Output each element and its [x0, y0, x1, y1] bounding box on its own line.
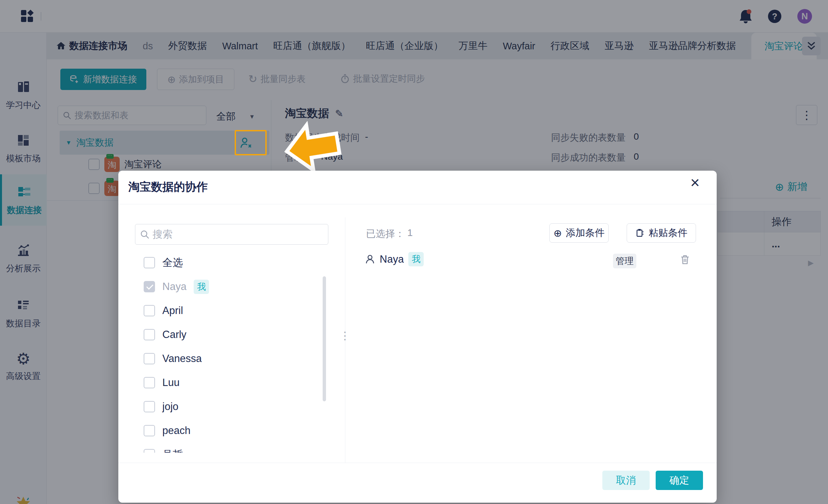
modal-header-divider: [118, 204, 717, 204]
confirm-button[interactable]: 确定: [656, 471, 703, 490]
member-row-peach[interactable]: peach: [135, 421, 190, 441]
member-list: 全选 Naya 我 April Carly Vanessa Luu: [135, 251, 335, 453]
search-icon: [140, 229, 149, 239]
collaboration-modal: 淘宝数据的协作 × 全选 Naya 我 April Carly: [118, 171, 717, 503]
person-icon: [365, 254, 375, 264]
member-row-april[interactable]: April: [135, 301, 183, 321]
cancel-button[interactable]: 取消: [602, 471, 650, 490]
member-search-input[interactable]: [153, 229, 323, 240]
selected-count: 已选择： 1: [366, 227, 413, 241]
member-checkbox[interactable]: [144, 401, 155, 412]
me-badge: 我: [408, 252, 424, 266]
select-all-row[interactable]: 全选: [135, 253, 183, 273]
member-row-jojo[interactable]: jojo: [135, 397, 178, 417]
member-row-vanessa[interactable]: Vanessa: [135, 349, 202, 369]
clipboard-paste-icon: [635, 228, 645, 238]
close-icon[interactable]: ×: [690, 175, 700, 191]
member-search[interactable]: [135, 224, 328, 245]
member-role-chip[interactable]: 管理: [613, 254, 636, 268]
selected-member-row: Naya 我: [365, 252, 424, 266]
member-row-naya[interactable]: Naya 我: [135, 277, 209, 297]
app-screen: ? N 数据连接市场 ds 外贸数据 Walmart 旺店通（旗舰版） 旺店通（…: [0, 0, 828, 504]
me-badge: 我: [194, 280, 209, 294]
member-checkbox[interactable]: [144, 377, 155, 388]
add-condition-button[interactable]: ⊕ 添加条件: [549, 223, 609, 243]
member-checkbox[interactable]: [144, 449, 155, 453]
member-checkbox-checked[interactable]: [144, 281, 155, 292]
modal-footer-divider: [118, 463, 717, 463]
collaborator-button-highlight: [235, 130, 267, 155]
panel-resize-handle[interactable]: ⋮: [340, 333, 350, 339]
member-row-clipped[interactable]: 吴哲: [135, 445, 183, 453]
modal-title: 淘宝数据的协作: [128, 179, 208, 195]
member-checkbox[interactable]: [144, 353, 155, 364]
member-row-luu[interactable]: Luu: [135, 373, 180, 393]
trash-icon[interactable]: [680, 255, 690, 265]
member-checkbox[interactable]: [144, 305, 155, 316]
paste-condition-button[interactable]: 粘贴条件: [627, 223, 696, 243]
member-checkbox[interactable]: [144, 425, 155, 436]
member-checkbox[interactable]: [144, 329, 155, 340]
select-all-checkbox[interactable]: [144, 257, 155, 268]
list-scrollbar-thumb[interactable]: [323, 276, 326, 401]
member-row-carly[interactable]: Carly: [135, 325, 186, 345]
plus-circle-icon: ⊕: [553, 227, 562, 239]
